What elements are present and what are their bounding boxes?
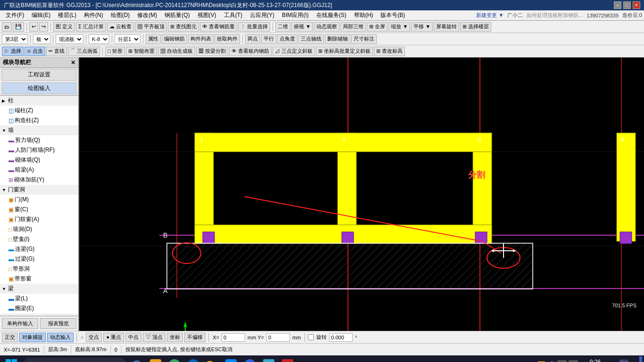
tree-item-niche[interactable]: □壁龛(I) [0,234,78,244]
angle-btn[interactable]: 点角度 [277,34,297,44]
select-floor-btn[interactable]: ⊞ 选择楼层 [460,22,491,32]
snap-ortho-btn[interactable]: 正交 [2,333,18,342]
rotate-checkbox[interactable] [308,334,314,340]
flush-btn[interactable]: ▦ 平齐板顶 [135,22,167,32]
pick-component-btn[interactable]: 拾取构件 [215,34,240,44]
zoom-btn[interactable]: 缩放 ▼ [388,22,410,32]
cpu-area[interactable]: 46% CPU使用 [612,359,636,362]
taskbar-store[interactable]: 🛒 [223,356,239,362]
x-coord-input[interactable] [222,333,245,342]
three-pt-slope-btn[interactable]: ⊿ 三点定义斜板 [272,47,315,56]
y-coord-input[interactable] [266,333,290,342]
rotate-input[interactable] [329,333,353,342]
snap-coord-btn[interactable]: 坐标 [167,333,183,342]
top-view-btn[interactable]: 俯视 ▼ [291,22,313,32]
tree-item-masonry-rebar[interactable]: ⊞砌体加筋(Y) [0,175,78,185]
snap-no-offset-btn[interactable]: 不偏移 [184,333,206,342]
taskbar-files[interactable] [204,356,221,362]
line-tool-btn[interactable]: ✏ 直线 [46,47,67,56]
tree-group-header-door-window[interactable]: ▼ 门窗洞 [0,185,78,195]
canvas-area[interactable]: B A 1 2 3 4 分割 [79,58,644,331]
taskbar-app3[interactable]: G [241,356,258,362]
undo-btn[interactable]: ↩ [29,22,38,32]
tree-item-coupling-beam[interactable]: ▬连梁(G) [0,244,78,254]
tree-item-masonry-wall[interactable]: ▬砌体墙(Q) [0,155,78,165]
new-change-btn[interactable]: 新建变更 ▼ [476,12,504,19]
two-point-btn[interactable]: 两点 [245,34,260,44]
menu-version[interactable]: 版本号(B) [377,10,409,20]
del-aux-btn[interactable]: 删除辅轴 [325,34,350,44]
taskbar-search[interactable]: 🔍 在这里输入你要搜索的内容 [23,358,126,362]
rotate-screen-btn[interactable]: 屏幕旋转 [434,22,459,32]
auto-gen-btn[interactable]: ▦ 自动生成板 [158,47,195,56]
component-list-btn[interactable]: 构件列表 [188,34,214,44]
coord-slope-btn[interactable]: ⊞ 坐标高批量定义斜板 [316,47,373,56]
view-slab-rebar-btn[interactable]: 👁 查看板内钢筋 [229,47,272,56]
tree-item-strip-window[interactable]: ▣带形窗 [0,274,78,284]
snap-vertex-btn[interactable]: ▽ 顶点 [143,333,165,342]
tree-item-door-window-combo[interactable]: ▣门联窗(A) [0,214,78,224]
tree-item-shear-wall[interactable]: ▬剪力墙(Q) [0,135,78,145]
redo-btn[interactable]: ↪ [39,22,48,32]
local-3d-btn[interactable]: 局部三维 [340,22,366,32]
rect-tool-btn[interactable]: □ 矩形 [105,47,125,56]
tree-item-ring-beam[interactable]: ▬圈梁(E) [0,304,78,313]
2d-btn[interactable]: 二维 [275,22,290,32]
minimize-button[interactable]: ─ [614,1,621,9]
tree-item-wall-opening[interactable]: □墙洞(D) [0,224,78,234]
menu-floor[interactable]: 楼层(L) [54,10,80,20]
slab-name-select[interactable]: K-8 [89,34,109,44]
menu-online[interactable]: 在线服务(S) [313,10,350,20]
menu-help[interactable]: 帮助(H) [350,10,377,20]
menu-rebar-qty[interactable]: 钢筋量(Q) [161,10,193,20]
dynamic-view-btn[interactable]: 动态观察 [314,22,339,32]
tray-lang-label[interactable]: 中 [569,360,578,362]
three-point-axis-btn[interactable]: 三点轴线 [298,34,324,44]
pan-btn[interactable]: 平移 ▼ [411,22,433,32]
menu-cloud[interactable]: 云应用(Y) [246,10,278,20]
close-button[interactable]: ✕ [633,1,640,9]
snap-endpoint-btn[interactable]: ● 重点 [103,333,124,342]
report-preview-btn[interactable]: 报表预览 [40,318,76,329]
taskbar-app2[interactable]: G [166,356,183,362]
snap-dynamic-btn[interactable]: 动态输入 [47,333,74,342]
menu-component[interactable]: 构件(N) [80,10,107,20]
tree-item-door[interactable]: ▣门(M) [0,195,78,205]
taskbar-app5[interactable]: 广 [279,356,296,362]
edit-rebar-btn[interactable]: 编辑钢筋 [162,34,187,44]
property-btn[interactable]: 属性 [146,34,161,44]
sum-btn[interactable]: Σ 汇总计算 [76,22,106,32]
tree-group-header-wall[interactable]: ▼ 墙 [0,125,78,135]
sidebar-close-icon[interactable]: ✕ [71,59,75,66]
define-btn[interactable]: 图 定义 [53,22,75,32]
tree-item-civil-defense-wall[interactable]: ▬人防门框墙(RF) [0,145,78,155]
find-btn[interactable]: ⊞ 查找图元 [168,22,199,32]
arc-tool-btn[interactable]: ⌒ 三点画弧 [68,47,100,56]
taskbar-app4[interactable]: ⇌ [260,356,277,362]
nav-project-settings[interactable]: 工程设置 [2,69,76,81]
split-by-beam-btn[interactable]: ☰ 按梁分割 [196,47,228,56]
snap-intersection-btn[interactable]: 交点 [86,333,102,342]
action-center-btn[interactable] [639,356,642,362]
save-btn[interactable]: 💾 [13,22,24,32]
menu-view[interactable]: 视图(V) [194,10,220,20]
change-height-btn[interactable]: ⊞ 查改标高 [374,47,405,56]
start-button[interactable] [2,356,21,362]
taskbar-edge[interactable]: e [185,356,202,362]
tree-group-header-column[interactable]: ▶ 柱 [0,96,78,106]
open-btn[interactable]: 🗁 [2,22,12,32]
tree-group-header-beam[interactable]: ▼ 梁 [0,284,78,294]
tree-item-window[interactable]: ▣窗(C) [0,205,78,214]
tray-ime-label[interactable]: 中 [557,360,567,362]
tree-item-lintel[interactable]: ▬过梁(G) [0,254,78,264]
clock-area[interactable]: 9:26 2017/9/17 [581,359,610,362]
fullscreen-btn[interactable]: ⊞ 全屏 [367,22,388,32]
menu-file[interactable]: 文件(F) [2,10,28,20]
layer-select[interactable]: 第3层 [2,34,28,44]
smart-place-btn[interactable]: ⊞ 智能布置 [126,47,157,56]
point-tool-btn[interactable]: ⊙ 点击 [25,47,45,56]
view-rebar-btn[interactable]: 👁 查看钢筋量 [200,22,237,32]
snap-object-btn[interactable]: 对象捕捉 [19,333,46,342]
component-type-select[interactable]: 板 [33,34,50,44]
dim-btn[interactable]: 尺寸标注 [351,34,377,44]
